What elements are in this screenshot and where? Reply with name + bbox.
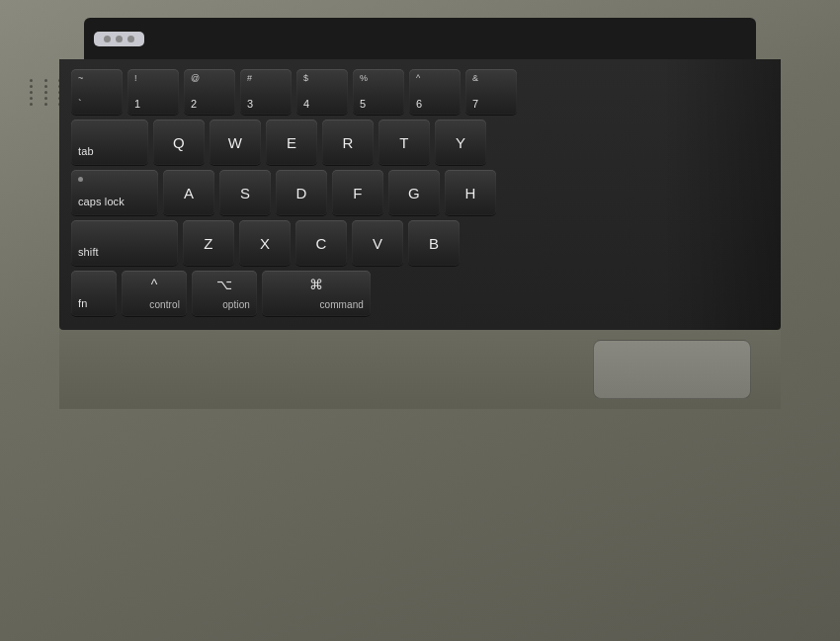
speaker-dot <box>30 85 33 88</box>
modifier-row: fn ^ control ⌥ option ⌘ command <box>71 271 769 316</box>
key-t[interactable]: T <box>378 120 430 165</box>
key-c[interactable]: C <box>295 220 347 266</box>
speaker-dot <box>30 103 33 106</box>
zxcv-row: shift Z X C V B <box>71 220 769 266</box>
touch-bar-dot <box>104 36 111 42</box>
touch-bar-dot <box>116 36 123 42</box>
key-tilde[interactable]: ~ ` <box>71 69 123 115</box>
laptop-body: ~ ` ! 1 @ 2 # 3 $ 4 <box>0 0 840 641</box>
key-control[interactable]: ^ control <box>122 271 187 316</box>
key-v[interactable]: V <box>352 220 403 266</box>
key-g[interactable]: G <box>388 170 440 215</box>
speaker-dot <box>44 91 47 94</box>
speaker-dot <box>44 85 47 88</box>
caps-lock-indicator <box>78 177 83 182</box>
speaker-dot <box>30 79 33 82</box>
speaker-dot <box>44 79 47 82</box>
asdf-row: caps lock A S D F G H <box>71 170 769 215</box>
key-x[interactable]: X <box>239 220 291 266</box>
key-6[interactable]: ^ 6 <box>409 69 461 115</box>
key-y[interactable]: Y <box>435 120 486 165</box>
key-4[interactable]: $ 4 <box>296 69 348 115</box>
key-f[interactable]: F <box>332 170 383 215</box>
key-3[interactable]: # 3 <box>240 69 292 115</box>
key-s[interactable]: S <box>219 170 271 215</box>
key-r[interactable]: R <box>322 120 374 165</box>
keyboard: ~ ` ! 1 @ 2 # 3 $ 4 <box>59 59 781 330</box>
key-fn[interactable]: fn <box>71 271 117 316</box>
key-2[interactable]: @ 2 <box>184 69 235 115</box>
key-w[interactable]: W <box>210 120 261 165</box>
key-b[interactable]: B <box>408 220 460 266</box>
number-row: ~ ` ! 1 @ 2 # 3 $ 4 <box>71 69 769 115</box>
key-e[interactable]: E <box>266 120 317 165</box>
bottom-area <box>59 330 781 409</box>
speaker-dot <box>30 97 33 100</box>
speaker-dot <box>30 91 33 94</box>
key-h[interactable]: H <box>445 170 496 215</box>
keys-container: ~ ` ! 1 @ 2 # 3 $ 4 <box>71 69 769 316</box>
trackpad[interactable] <box>593 340 751 399</box>
key-a[interactable]: A <box>163 170 214 215</box>
touch-bar-dot <box>127 36 134 42</box>
key-d[interactable]: D <box>276 170 327 215</box>
touch-bar[interactable] <box>84 18 756 59</box>
key-option[interactable]: ⌥ option <box>192 271 257 316</box>
speaker-dot <box>44 103 47 106</box>
key-q[interactable]: Q <box>153 120 205 165</box>
touch-bar-controls[interactable] <box>94 32 144 46</box>
key-tab[interactable]: tab <box>71 120 148 165</box>
key-5[interactable]: % 5 <box>353 69 404 115</box>
key-z[interactable]: Z <box>183 220 234 266</box>
key-caps-lock[interactable]: caps lock <box>71 170 158 215</box>
qwerty-row: tab Q W E R T Y <box>71 120 769 165</box>
key-1[interactable]: ! 1 <box>127 69 179 115</box>
speaker-dot <box>44 97 47 100</box>
key-shift[interactable]: shift <box>71 220 178 266</box>
key-7[interactable]: & 7 <box>465 69 517 115</box>
key-command[interactable]: ⌘ command <box>262 271 371 316</box>
